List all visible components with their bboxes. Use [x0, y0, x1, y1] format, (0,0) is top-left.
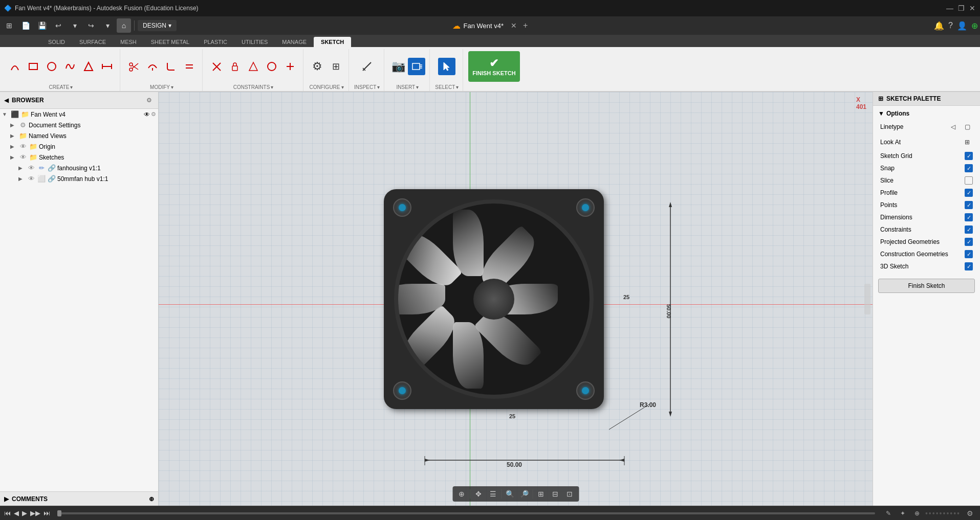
circle-constraint-button[interactable] [263, 58, 280, 75]
browser-settings-button[interactable]: ⚙ [144, 95, 154, 105]
bottom-icon-3[interactable]: ⊕ [911, 507, 923, 519]
close-document-button[interactable]: ✕ [511, 21, 517, 30]
triangle-tool-button[interactable] [80, 58, 97, 75]
timeline-bar[interactable] [57, 512, 875, 514]
zoom-in-button[interactable]: 🔍 [504, 488, 516, 500]
maximize-button[interactable]: ❐ [957, 5, 965, 12]
finish-sketch-button[interactable]: ✔ FINISH SKETCH [468, 51, 519, 82]
home-button[interactable]: ⌂ [117, 18, 131, 33]
snap-checkbox[interactable]: ✓ [965, 164, 973, 172]
select-dropdown[interactable]: ▾ [456, 84, 459, 90]
tab-manage[interactable]: MANAGE [275, 37, 314, 47]
zoom-out-dropdown[interactable]: 🔎 [518, 488, 530, 500]
tab-mesh[interactable]: MESH [113, 37, 144, 47]
finish-sketch-palette-button[interactable]: Finish Sketch [878, 279, 975, 293]
tab-solid[interactable]: SOLID [41, 37, 72, 47]
timeline-settings-button[interactable]: ⚙ [964, 507, 976, 519]
dimension-tool-button[interactable] [98, 58, 116, 75]
constraints-dropdown[interactable]: ▾ [271, 84, 273, 90]
help-icon[interactable]: ? [948, 21, 953, 30]
grid-menu-button[interactable]: ⊞ [2, 18, 16, 33]
spline-tool-button[interactable] [61, 58, 79, 75]
pan2-button[interactable]: ☰ [487, 488, 499, 500]
next-button[interactable]: ▶▶ [30, 509, 40, 517]
points-checkbox[interactable]: ✓ [965, 201, 973, 209]
prev-button[interactable]: ◀ [14, 509, 19, 517]
construction-geometries-checkbox[interactable]: ✓ [965, 250, 973, 258]
triangle-constraint-button[interactable] [245, 58, 262, 75]
constraints-checkbox[interactable]: ✓ [965, 225, 973, 234]
orbit-button[interactable]: ⊕ [455, 488, 468, 500]
table-button[interactable]: ⊞ [327, 58, 344, 75]
canvas-area[interactable]: X 401 [159, 92, 873, 506]
play-button[interactable]: ▶ [22, 509, 27, 517]
slice-checkbox[interactable] [965, 176, 973, 185]
bottom-icon-1[interactable]: ✎ [882, 507, 895, 519]
notification-icon[interactable]: 🔔 [934, 21, 944, 31]
skip-start-button[interactable]: ⏮ [4, 509, 11, 517]
tab-utilities[interactable]: UTILITIES [234, 37, 275, 47]
tab-sketch[interactable]: SKETCH [314, 37, 351, 47]
profile-checkbox[interactable]: ✓ [965, 189, 973, 197]
visual-style-button[interactable]: ⊡ [563, 488, 576, 500]
account-icon[interactable]: 👤 [957, 21, 967, 31]
3d-sketch-checkbox[interactable]: ✓ [965, 262, 973, 270]
browser-item-50mmfan[interactable]: ▶ 👁 ⬜ 🔗 50mmfan hub v1:1 [16, 173, 158, 184]
lock-constraint-button[interactable] [226, 58, 244, 75]
linetype-icon1[interactable]: ◁ [947, 121, 959, 132]
browser-root-item[interactable]: ▼ ⬛ 📁 Fan Went v4 👁 ⚙ [0, 109, 158, 120]
timeline-thumb[interactable] [57, 510, 61, 516]
configure-dropdown[interactable]: ▾ [341, 84, 344, 90]
save-button[interactable]: 💾 [35, 18, 49, 33]
collapse-browser-icon[interactable]: ◀ [4, 97, 9, 104]
undo-button[interactable]: ↩ [51, 18, 66, 33]
minimize-button[interactable]: — [946, 5, 953, 12]
palette-options-title[interactable]: ▼ Options [876, 108, 977, 119]
inspect-dropdown[interactable]: ▾ [377, 84, 380, 90]
pan-button[interactable]: ✥ [472, 488, 485, 500]
skip-end-button[interactable]: ⏭ [43, 509, 50, 517]
design-workspace-button[interactable]: DESIGN ▾ [138, 20, 177, 31]
settings-button[interactable]: ⚙ [309, 58, 326, 75]
online-icon[interactable]: ⊕ [971, 21, 978, 31]
close-button[interactable]: ✕ [969, 5, 976, 12]
expand-comments-icon[interactable]: ▶ [4, 495, 9, 503]
dimensions-checkbox[interactable]: ✓ [965, 213, 973, 221]
display-mode-button[interactable]: ⊞ [535, 488, 547, 500]
root-settings-icon[interactable]: ⚙ [151, 111, 156, 118]
insert-dropdown[interactable]: ▾ [416, 84, 419, 90]
browser-item-named-views[interactable]: ▶ 📁 Named Views [8, 130, 158, 141]
fanhousing-visibility-icon[interactable]: 👁 [27, 164, 36, 172]
grid-display-button[interactable]: ⊟ [549, 488, 561, 500]
modify-dropdown[interactable]: ▾ [171, 84, 173, 90]
sketch-grid-checkbox[interactable]: ✓ [965, 152, 973, 160]
bottom-icon-2[interactable]: ✦ [897, 507, 909, 519]
rectangle-tool-button[interactable] [25, 58, 42, 75]
misc-constraint-button[interactable] [281, 58, 299, 75]
browser-item-sketches[interactable]: ▶ 👁 📁 Sketches [8, 152, 158, 163]
circle-tool-button[interactable] [43, 58, 60, 75]
50mmfan-visibility-icon[interactable]: 👁 [27, 175, 36, 183]
measure-button[interactable] [358, 58, 376, 75]
perpendicular-constraint-button[interactable] [208, 58, 225, 75]
linetype-icon2[interactable]: ▢ [962, 121, 973, 132]
browser-item-document-settings[interactable]: ▶ ⚙ Document Settings [8, 120, 158, 130]
look-at-icon[interactable]: ⊞ [962, 137, 973, 148]
browser-item-origin[interactable]: ▶ 👁 📁 Origin [8, 141, 158, 152]
undo-dropdown[interactable]: ▾ [68, 18, 82, 33]
scissors-tool-button[interactable] [125, 58, 143, 75]
redo-dropdown[interactable]: ▾ [100, 18, 115, 33]
insert-canvas-button[interactable]: 📷 [389, 58, 407, 75]
tab-sheet-metal[interactable]: SHEET METAL [144, 37, 197, 47]
add-tab-button[interactable]: + [523, 21, 528, 30]
select-button[interactable] [438, 58, 455, 75]
tab-plastic[interactable]: PLASTIC [197, 37, 234, 47]
comments-settings-icon[interactable]: ⊕ [149, 495, 154, 503]
arc-tool-button[interactable] [6, 58, 24, 75]
fillet-tool-button[interactable] [162, 58, 180, 75]
browser-item-fanhousing[interactable]: ▶ 👁 ✏ 🔗 fanhousing v1:1 [16, 163, 158, 173]
insert-image-button[interactable] [408, 58, 425, 75]
equal-constraint-button[interactable] [181, 58, 198, 75]
extend-tool-button[interactable] [144, 58, 161, 75]
projected-geometries-checkbox[interactable]: ✓ [965, 238, 973, 246]
